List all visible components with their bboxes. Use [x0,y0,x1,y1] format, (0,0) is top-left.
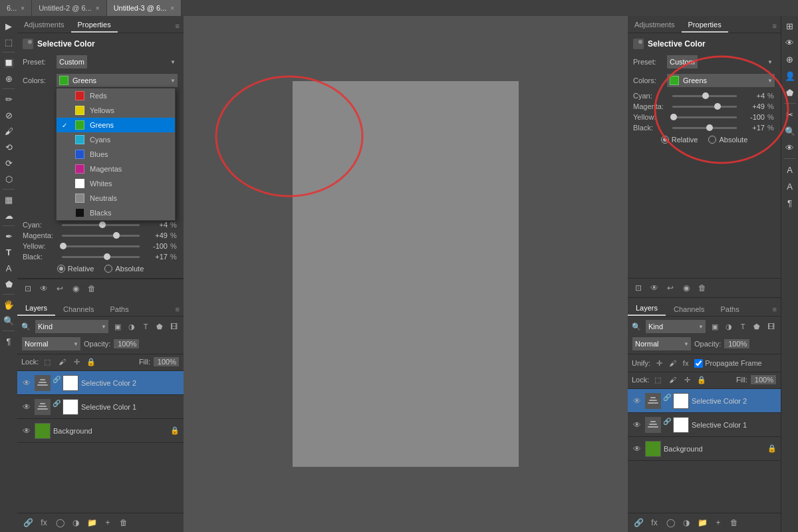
layer-sc1-right[interactable]: 👁 🔗 Selective Color 1 [628,413,781,437]
black-track-right[interactable] [672,127,737,129]
tool-spot-heal[interactable]: ⊘ [1,108,16,122]
panel-menu-left[interactable]: ≡ [172,19,184,33]
layer-eye-bg-left[interactable]: 👁 [21,426,32,436]
black-thumb-right[interactable] [706,124,713,131]
relative-option-left[interactable]: Relative [57,265,94,273]
panel-eye-btn-right[interactable]: 👁 [648,281,661,295]
tab-1-close[interactable]: × [21,5,25,12]
tab-channels-left[interactable]: Channels [55,303,102,316]
panel-undo-btn[interactable]: ↩ [53,282,66,295]
unify-pos-icon[interactable]: ✛ [653,357,665,369]
tab-1[interactable]: 6... × [0,0,32,16]
layers-menu-left[interactable]: ≡ [172,303,184,316]
yellow-thumb-left[interactable] [60,243,66,249]
right-tool-11[interactable]: ¶ [783,196,797,210]
layer-eye-sc1-left[interactable]: 👁 [21,402,32,412]
lock-paint-icon-right[interactable]: 🖌 [666,374,678,386]
filter-smart-icon[interactable]: 🎞 [168,321,180,332]
new-adj-btn-left[interactable]: ◑ [69,516,82,529]
tab-paths-left[interactable]: Paths [102,303,137,316]
right-tool-9[interactable]: A [783,162,797,177]
lock-pos-icon[interactable]: 🔒 [85,356,97,368]
tool-dodge[interactable]: ☁ [1,208,16,223]
layers-menu-right[interactable]: ≡ [769,303,781,316]
absolute-option-left[interactable]: Absolute [104,265,144,273]
panel-vis-btn-right[interactable]: ◉ [680,281,693,295]
preset-select-left[interactable]: Custom [56,55,88,69]
new-group-btn-right[interactable]: 📁 [696,516,709,529]
filter-smart-icon-right[interactable]: 🎞 [765,321,777,332]
panel-menu-right[interactable]: ≡ [769,19,781,33]
cyan-track-left[interactable] [62,224,140,226]
panel-eye-btn[interactable]: 👁 [37,282,51,295]
propagate-check-right[interactable]: Propagate Frame [694,359,762,368]
panel-delete-btn[interactable]: 🗑 [85,282,98,295]
yellow-track-right[interactable] [672,116,737,118]
lock-pixel-icon[interactable]: ⬚ [41,356,53,368]
right-tool-2[interactable]: 👁 [783,35,797,50]
tool-gradient[interactable]: ▦ [1,192,16,207]
filter-shape-icon[interactable]: ⬟ [154,321,166,332]
cyan-track-right[interactable] [672,95,737,97]
add-style-btn-left[interactable]: fx [37,516,51,529]
add-style-btn-right[interactable]: fx [648,516,661,529]
propagate-checkbox-right[interactable] [694,359,703,368]
panel-vis-btn[interactable]: ◉ [69,282,82,295]
colors-display-left[interactable]: Greens [56,73,178,88]
layer-eye-bg-right[interactable]: 👁 [632,444,642,454]
black-thumb-left[interactable] [104,253,110,260]
panel-undo-btn-right[interactable]: ↩ [664,281,677,295]
tool-brush[interactable]: 🖌 [1,124,16,138]
colors-dropdown-left[interactable]: Reds Yellows ✓ Greens [56,88,176,221]
right-tool-5[interactable]: ⬟ [783,85,797,100]
layer-eye-sc1-right[interactable]: 👁 [632,420,642,430]
dropdown-yellows[interactable]: Yellows [57,103,175,118]
filter-shape-icon-right[interactable]: ⬟ [751,321,763,332]
lock-pixel-icon-right[interactable]: ⬚ [652,374,664,386]
panel-delete-btn-right[interactable]: 🗑 [696,281,709,295]
cyan-thumb-right[interactable] [702,92,709,99]
lock-artboard-icon-right[interactable]: ✛ [681,374,693,386]
layer-selective-color-2-left[interactable]: 👁 🔗 Selective Color 2 [17,371,184,395]
lock-pos-icon-right[interactable]: 🔒 [696,374,708,386]
tool-zoom[interactable]: 🔍 [1,313,16,328]
opacity-value-right[interactable]: 100% [724,338,750,349]
filter-adj-icon[interactable]: ◑ [126,321,138,332]
filter-pixel-icon-right[interactable]: ▣ [709,321,721,332]
colors-display-right[interactable]: Greens [666,73,775,88]
layer-sc2-right[interactable]: 👁 🔗 Selective Color 2 [628,389,781,413]
layer-bg-right[interactable]: 👁 Background 🔒 [628,437,781,461]
tab-adjustments-right[interactable]: Adjustments [628,18,682,33]
absolute-radio-right[interactable] [708,136,716,144]
panel-reset-btn-right[interactable]: ⊡ [632,281,645,295]
add-mask-btn-right[interactable]: ◯ [664,516,677,529]
new-layer-btn-left[interactable]: + [101,516,114,529]
right-tool-3[interactable]: ⊕ [783,52,797,66]
yellow-track-left[interactable] [62,245,140,247]
new-layer-btn-right[interactable]: + [712,516,725,529]
blend-select-left[interactable]: Normal [21,336,81,351]
layer-eye-sc2-right[interactable]: 👁 [632,396,642,406]
filter-adj-icon-right[interactable]: ◑ [723,321,735,332]
black-track-left[interactable] [62,256,140,258]
tool-text[interactable]: T [1,245,16,259]
absolute-radio-left[interactable] [104,265,112,273]
opacity-value-left[interactable]: 100% [113,338,140,349]
delete-layer-btn-left[interactable]: 🗑 [117,516,130,529]
link-layers-btn-left[interactable]: 🔗 [21,516,35,529]
add-mask-btn-left[interactable]: ◯ [53,516,66,529]
dropdown-neutrals[interactable]: Neutrals [57,191,175,205]
lock-paint-icon[interactable]: 🖌 [56,356,68,368]
relative-radio-left[interactable] [57,265,65,273]
new-adj-btn-right[interactable]: ◑ [680,516,693,529]
tool-move[interactable]: ▶ [1,19,16,33]
right-tool-8[interactable]: 👁 [783,140,797,155]
kind-select-right[interactable]: Kind [645,319,706,334]
tool-clone[interactable]: ⟲ [1,140,16,154]
tool-paragraph[interactable]: ¶ [1,334,16,348]
delete-layer-btn-right[interactable]: 🗑 [728,516,741,529]
tab-layers-right[interactable]: Layers [628,301,666,316]
magenta-track-right[interactable] [672,106,737,108]
tab-layers-left[interactable]: Layers [17,301,55,316]
blend-select-right-layer[interactable]: Normal [632,336,692,351]
